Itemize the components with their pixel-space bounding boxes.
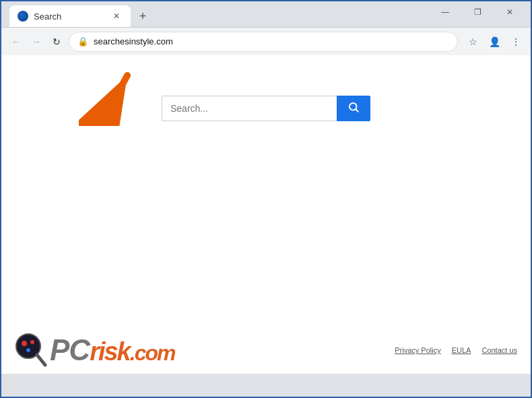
profile-button[interactable]: 👤 <box>485 32 504 51</box>
svg-point-6 <box>30 340 34 344</box>
address-input[interactable] <box>94 36 449 46</box>
minimize-button[interactable]: — <box>430 1 461 23</box>
eula-link[interactable]: EULA <box>452 346 471 354</box>
logo-pc-text: PC <box>50 333 90 367</box>
pcrisk-icon <box>15 333 47 368</box>
window-controls: — ❐ ✕ <box>430 1 525 27</box>
svg-line-8 <box>37 355 45 365</box>
svg-point-7 <box>26 348 30 352</box>
search-button[interactable] <box>337 96 370 121</box>
new-tab-button[interactable]: + <box>133 7 152 26</box>
svg-line-3 <box>356 109 358 111</box>
back-button[interactable]: ← <box>7 32 26 51</box>
logo-dotcom-text: .com <box>130 341 175 366</box>
forward-button[interactable]: → <box>27 32 46 51</box>
browser-tab[interactable]: Search ✕ <box>9 5 131 27</box>
tab-close-button[interactable]: ✕ <box>110 10 123 22</box>
titlebar: Search ✕ + — ❐ ✕ <box>1 1 531 27</box>
lock-icon: 🔒 <box>77 36 88 46</box>
reload-button[interactable]: ↻ <box>47 32 66 51</box>
footer-links: Privacy Policy EULA Contact us <box>395 346 517 354</box>
logo-risk-text: risk <box>90 337 130 366</box>
svg-line-1 <box>106 75 127 116</box>
address-bar: ← → ↻ 🔒 ☆ 👤 ⋮ <box>1 27 531 55</box>
watermark-logo: PC risk .com <box>15 333 174 368</box>
close-button[interactable]: ✕ <box>494 1 525 23</box>
search-container <box>162 96 370 121</box>
contact-us-link[interactable]: Contact us <box>481 346 517 354</box>
tab-label: Search <box>34 11 105 22</box>
address-bar-icons: ☆ 👤 ⋮ <box>463 32 525 51</box>
search-input[interactable] <box>162 96 337 121</box>
nav-buttons: ← → ↻ <box>7 32 66 51</box>
search-icon <box>347 101 360 116</box>
address-input-wrap[interactable]: 🔒 <box>69 32 458 52</box>
arrow-svg <box>79 65 139 126</box>
bookmark-button[interactable]: ☆ <box>463 32 482 51</box>
privacy-policy-link[interactable]: Privacy Policy <box>395 346 440 354</box>
menu-button[interactable]: ⋮ <box>506 32 525 51</box>
svg-point-5 <box>22 341 27 346</box>
maximize-button[interactable]: ❐ <box>462 1 493 23</box>
browser-content: PC risk .com Privacy Policy EULA Contact… <box>1 55 531 374</box>
watermark-footer: PC risk .com Privacy Policy EULA Contact… <box>1 327 531 374</box>
tab-favicon <box>18 11 28 22</box>
